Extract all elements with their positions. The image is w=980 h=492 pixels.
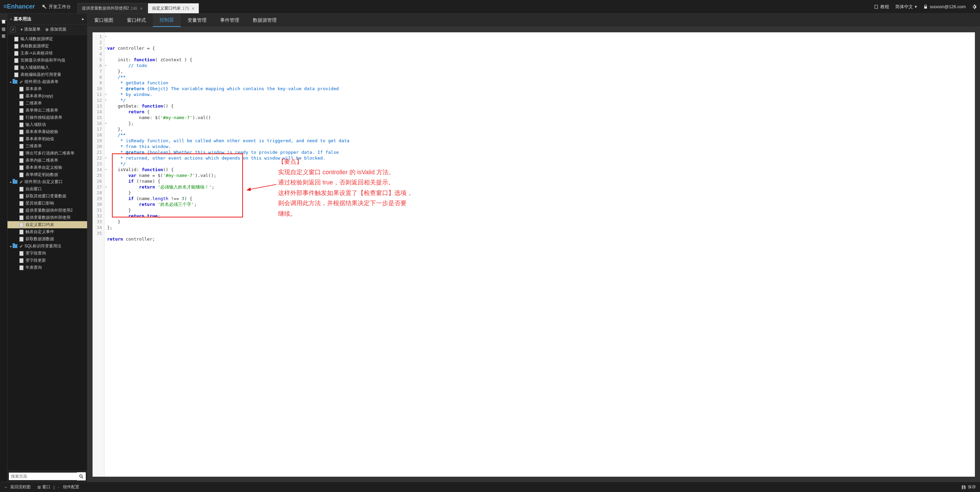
tree-file[interactable]: 表单内嵌二维表单 bbox=[8, 157, 87, 164]
code-line[interactable]: // todo bbox=[107, 63, 972, 68]
tree-file[interactable]: 自定义窗口约束 bbox=[8, 221, 87, 228]
tree-file[interactable]: 表单绑定初始数据 bbox=[8, 171, 87, 178]
code-line[interactable]: * from this window. bbox=[107, 143, 972, 150]
doc-tab[interactable]: 提供变量数据供外部使用2246× bbox=[78, 3, 147, 13]
code-line[interactable]: /** bbox=[107, 74, 972, 80]
collapse-sidebar-icon[interactable]: ‹ bbox=[10, 16, 11, 21]
add-page-button[interactable]: ⊕ 添加页面 bbox=[45, 27, 66, 32]
tree-file[interactable]: 行操作按钮超级表单 bbox=[8, 114, 87, 121]
code-line[interactable]: } bbox=[107, 190, 972, 196]
save-button[interactable]: 保存 bbox=[961, 484, 976, 490]
tutorial-link[interactable]: 教程 bbox=[874, 4, 889, 10]
code-line[interactable]: * by window. bbox=[107, 92, 972, 97]
breadcrumb-window[interactable]: ⊞ 窗口 bbox=[37, 484, 50, 490]
code-editor[interactable]: 1234567891011121314151617181920212223242… bbox=[92, 32, 975, 477]
sub-tab[interactable]: 事件管理 bbox=[213, 14, 246, 27]
code-line[interactable]: */ bbox=[107, 161, 972, 167]
tree-file[interactable]: 表单弹出二维表单 bbox=[8, 107, 87, 114]
code-line[interactable]: * @return {Obejct} The variable mapping … bbox=[107, 86, 972, 92]
tree-file[interactable]: 主表->从表格详情 bbox=[8, 50, 87, 57]
code-line[interactable]: }; bbox=[107, 121, 972, 126]
code-line[interactable]: var name = $('#my-name-7').val(); bbox=[107, 172, 972, 178]
tree-file[interactable]: 表格数据源绑定 bbox=[8, 43, 87, 50]
code-area[interactable]: var controller = { init: function( zCont… bbox=[105, 32, 975, 477]
tree-file[interactable]: 表格编辑器的可用变量 bbox=[8, 71, 87, 78]
code-line[interactable]: * @return {boolean} Whether this window … bbox=[107, 150, 972, 155]
tree-file[interactable]: 变字段查询 bbox=[8, 250, 87, 257]
language-selector[interactable]: 简体中文 ▾ bbox=[895, 4, 917, 10]
vertical-tab[interactable]: 全局配置 bbox=[0, 28, 7, 35]
sub-tab[interactable]: 变量管理 bbox=[181, 14, 213, 27]
code-line[interactable]: var controller = { bbox=[107, 45, 972, 51]
code-line[interactable]: if (name.length !== 3) { bbox=[107, 196, 972, 201]
tree-file[interactable]: 基本表单(copy) bbox=[8, 92, 87, 100]
tree-file[interactable]: 弹出可多行选择的二维表单 bbox=[8, 150, 87, 157]
sub-tab[interactable]: 窗口视图 bbox=[88, 14, 120, 27]
code-line[interactable]: }, bbox=[107, 68, 972, 74]
add-menu-button[interactable]: + 添加菜单 bbox=[21, 27, 40, 32]
code-line[interactable]: return { bbox=[107, 109, 972, 115]
play-icon[interactable]: ▸ bbox=[82, 16, 84, 21]
tree-file[interactable]: 基本表单初始值 bbox=[8, 135, 87, 143]
workspace-button[interactable]: 开发工作台 bbox=[42, 4, 71, 10]
sub-tab[interactable]: 数据源管理 bbox=[246, 14, 283, 27]
tree-file[interactable]: 获取其他窗口变量数据 bbox=[8, 193, 87, 200]
back-button[interactable]: ← 返回流程图 bbox=[4, 484, 30, 490]
settings-button[interactable] bbox=[972, 5, 977, 9]
code-line[interactable]: * returned, other event actions which de… bbox=[107, 155, 972, 161]
code-line[interactable]: } bbox=[107, 219, 972, 225]
code-line[interactable]: } bbox=[107, 207, 972, 213]
search-input[interactable] bbox=[9, 473, 77, 480]
sub-tab[interactable]: 控制器 bbox=[153, 14, 181, 27]
user-menu[interactable]: soooon@126.com bbox=[923, 4, 966, 9]
tree-file[interactable]: 触发自定义事件 bbox=[8, 228, 87, 236]
doc-tab[interactable]: 自定义窗口约束175× bbox=[148, 3, 199, 13]
code-line[interactable]: * isReady function, will be called when … bbox=[107, 138, 972, 143]
tree-file[interactable]: 页脚显示求和值和平均值 bbox=[8, 57, 87, 64]
tree-file[interactable]: 三维表单 bbox=[8, 143, 87, 150]
close-icon[interactable]: × bbox=[140, 6, 143, 11]
tree-file[interactable]: 自由窗口 bbox=[8, 185, 87, 193]
vertical-tab[interactable]: 后端编号 bbox=[0, 21, 7, 28]
code-line[interactable]: getData: function() { bbox=[107, 103, 972, 109]
page-tree[interactable]: 输入域数据源绑定表格数据源绑定主表->从表格详情页脚显示求和值和平均值输入域辅助… bbox=[8, 35, 87, 471]
tree-folder[interactable]: ▸SQL标识符变量用法 bbox=[8, 243, 87, 250]
expand-button[interactable]: ⤢ bbox=[10, 27, 16, 32]
close-icon[interactable]: × bbox=[192, 6, 194, 11]
code-line[interactable]: if (!name) { bbox=[107, 178, 972, 184]
code-line[interactable]: return '姓名必须三个字'; bbox=[107, 201, 972, 207]
tree-file[interactable]: 输入域联动 bbox=[8, 121, 87, 128]
code-line[interactable]: return '必须输入姓名才能继续！'; bbox=[107, 184, 972, 190]
tree-file[interactable]: 提供变量数据供外部使用 bbox=[8, 214, 87, 221]
breadcrumb-config[interactable]: 组件配置 bbox=[63, 484, 79, 490]
tree-folder[interactable]: ▸组件用法-自定义窗口 bbox=[8, 178, 87, 185]
code-line[interactable] bbox=[107, 230, 972, 236]
tree-file[interactable]: 二维表单 bbox=[8, 100, 87, 107]
tree-file[interactable]: 获取数据源数据 bbox=[8, 236, 87, 243]
tree-file[interactable]: 变字段更新 bbox=[8, 257, 87, 264]
tree-folder[interactable]: ▸组件用法-超级表单 bbox=[8, 78, 87, 85]
tree-file[interactable]: 输入域辅助输入 bbox=[8, 64, 87, 71]
tree-file[interactable]: 受其他窗口影响 bbox=[8, 200, 87, 207]
code-line[interactable]: * getData function bbox=[107, 80, 972, 86]
code-line[interactable]: isValid: function() { bbox=[107, 167, 972, 172]
tree-file[interactable]: 提供变量数据供外部使用2 bbox=[8, 207, 87, 214]
code-line[interactable] bbox=[107, 51, 972, 57]
tree-file[interactable]: 基本表单 bbox=[8, 85, 87, 92]
code-line[interactable] bbox=[107, 242, 972, 248]
search-icon[interactable] bbox=[77, 472, 86, 481]
code-line[interactable]: /** bbox=[107, 132, 972, 138]
code-line[interactable]: */ bbox=[107, 97, 972, 103]
code-line[interactable]: }, bbox=[107, 126, 972, 132]
tree-file[interactable]: 输入域数据源绑定 bbox=[8, 35, 87, 43]
tree-file[interactable]: 基本表单自定义校验 bbox=[8, 164, 87, 171]
tree-file[interactable]: 年表查询 bbox=[8, 264, 87, 271]
code-line[interactable]: return controller; bbox=[107, 236, 972, 242]
tree-file[interactable]: 基本表单基础校验 bbox=[8, 128, 87, 135]
vertical-tab[interactable]: 页面管理 bbox=[0, 14, 7, 21]
sub-tab[interactable]: 窗口样式 bbox=[120, 14, 153, 27]
code-line[interactable]: }; bbox=[107, 225, 972, 230]
code-line[interactable]: name: $('#my-name-7').val() bbox=[107, 115, 972, 121]
code-line[interactable]: init: function( zContext ) { bbox=[107, 57, 972, 63]
code-line[interactable]: return true; bbox=[107, 213, 972, 219]
